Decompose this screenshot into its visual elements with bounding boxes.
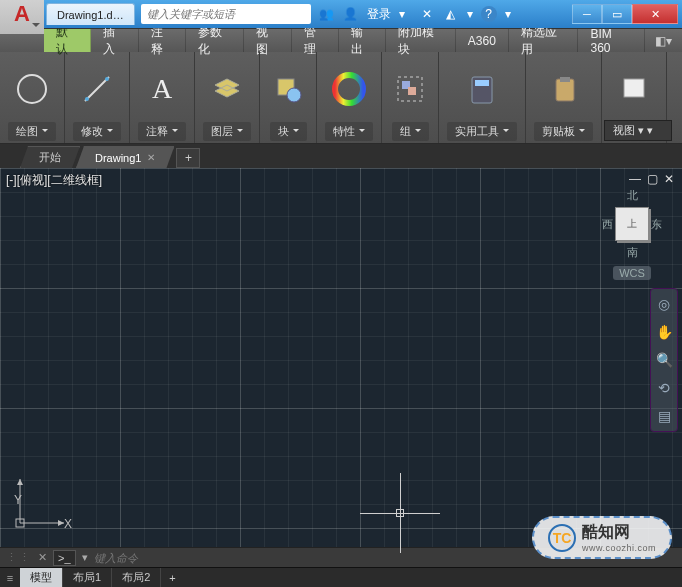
close-cmd-icon[interactable]: ✕ (38, 551, 47, 564)
close-viewport-icon[interactable]: ✕ (664, 172, 674, 186)
tab-layout1[interactable]: 布局1 (63, 568, 112, 587)
panel-label[interactable]: 实用工具 (447, 122, 517, 141)
tab-featured[interactable]: 精选应用 (509, 29, 579, 52)
draw-icon[interactable] (12, 69, 52, 109)
grid (0, 168, 682, 547)
close-tab-icon[interactable]: ✕ (147, 152, 155, 163)
tab-list-icon[interactable]: ≡ (0, 572, 20, 584)
viewport-controls: — ▢ ✕ (629, 172, 674, 186)
color-wheel-icon[interactable] (329, 69, 369, 109)
tab-view[interactable]: 视图 (244, 29, 291, 52)
tab-model[interactable]: 模型 (20, 568, 63, 587)
clipboard-icon[interactable] (544, 69, 584, 109)
viewcube-south[interactable]: 南 (602, 245, 662, 260)
document-title: Drawing1.d… (46, 3, 135, 25)
panel-label[interactable]: 绘图 (8, 122, 56, 141)
tab-manage[interactable]: 管理 (292, 29, 339, 52)
panel-label[interactable]: 剪贴板 (534, 122, 593, 141)
minimize-viewport-icon[interactable]: — (629, 172, 641, 186)
user-icon[interactable]: 👤 (343, 6, 359, 22)
base-icon[interactable] (614, 69, 654, 109)
tab-default[interactable]: 默认 (44, 29, 91, 52)
pan-icon[interactable]: ✋ (655, 323, 673, 341)
viewcube-top-face[interactable]: 上 (615, 207, 649, 241)
title-tools: ✕ ◭ ▾ ? ▾ (419, 6, 511, 22)
layers-icon[interactable] (207, 69, 247, 109)
tab-annotate[interactable]: 注释 (139, 29, 186, 52)
title-account-area: 👥 👤 登录 ▾ (319, 6, 405, 23)
panel-expand-icon[interactable]: ◧▾ (655, 34, 672, 48)
view-combo[interactable]: 视图 ▾ ▾ (604, 120, 672, 141)
minimize-button[interactable]: ─ (572, 4, 602, 24)
exchange-icon[interactable]: ✕ (419, 6, 435, 22)
viewcube-east[interactable]: 东 (651, 217, 662, 232)
viewport-label[interactable]: [-][俯视][二维线框] (6, 172, 102, 189)
panel-annotation: A 注释 (130, 52, 195, 143)
tab-output[interactable]: 输出 (339, 29, 386, 52)
panel-utilities: 实用工具 (439, 52, 526, 143)
svg-point-5 (287, 88, 301, 102)
svg-rect-14 (624, 79, 644, 97)
panel-group: 组 (382, 52, 439, 143)
add-layout-button[interactable]: + (161, 572, 183, 584)
viewcube-north[interactable]: 北 (602, 188, 662, 203)
panel-label[interactable]: 注释 (138, 122, 186, 141)
wcs-label[interactable]: WCS (613, 266, 651, 280)
orbit-icon[interactable]: ⟲ (655, 379, 673, 397)
watermark-logo-icon: TC (548, 524, 576, 552)
panel-label[interactable]: 特性 (325, 122, 373, 141)
panel-label[interactable]: 组 (392, 122, 429, 141)
app-menu-button[interactable]: A (0, 0, 44, 34)
tab-label: Drawing1 (95, 152, 141, 164)
close-button[interactable]: ✕ (632, 4, 678, 24)
tab-drawing1[interactable]: Drawing1 ✕ (76, 146, 174, 168)
titlebar: A Drawing1.d… 👥 👤 登录 ▾ ✕ ◭ ▾ ? ▾ ─ ▭ ✕ (0, 0, 682, 28)
search-box[interactable] (141, 4, 311, 24)
drawing-canvas[interactable]: [-][俯视][二维线框] — ▢ ✕ 北 西 上 东 南 WCS ◎ ✋ 🔍 … (0, 168, 682, 547)
panel-label[interactable]: 修改 (73, 122, 121, 141)
modify-icon[interactable] (77, 69, 117, 109)
tab-a360[interactable]: A360 (456, 29, 509, 52)
viewcube[interactable]: 北 西 上 东 南 WCS (602, 188, 662, 280)
chevron-down-icon: ▾ (467, 7, 473, 21)
tab-layout2[interactable]: 布局2 (112, 568, 161, 587)
ribbon: 绘图 修改 A 注释 图层 块 特性 组 实用工具 剪贴板 基点 (0, 52, 682, 144)
drag-handle-icon[interactable]: ⋮⋮ (6, 551, 32, 564)
svg-rect-13 (560, 77, 570, 82)
chevron-down-icon: ▾ (505, 7, 511, 21)
panel-layers: 图层 (195, 52, 260, 143)
svg-point-6 (335, 75, 363, 103)
tab-parametric[interactable]: 参数化 (186, 29, 244, 52)
text-icon[interactable]: A (142, 69, 182, 109)
calculator-icon[interactable] (462, 69, 502, 109)
chevron-down-icon (32, 23, 40, 31)
tab-addins[interactable]: 附加模块 (386, 29, 456, 52)
new-tab-button[interactable]: + (176, 148, 200, 168)
svg-point-0 (18, 75, 46, 103)
help-icon[interactable]: ? (481, 6, 497, 22)
maximize-viewport-icon[interactable]: ▢ (647, 172, 658, 186)
svg-point-3 (105, 77, 109, 81)
viewcube-west[interactable]: 西 (602, 217, 613, 232)
group-icon[interactable] (390, 69, 430, 109)
nav-wheel-icon[interactable]: ◎ (655, 295, 673, 313)
panel-label[interactable]: 图层 (203, 122, 251, 141)
panel-properties: 特性 (317, 52, 382, 143)
svg-rect-12 (556, 79, 574, 101)
panel-block: 块 (260, 52, 317, 143)
tab-insert[interactable]: 插入 (91, 29, 138, 52)
login-link[interactable]: 登录 (367, 6, 391, 23)
watermark: TC 酷知网 www.coozhi.com (532, 516, 672, 559)
people-icon[interactable]: 👥 (319, 6, 335, 22)
block-icon[interactable] (268, 69, 308, 109)
search-input[interactable] (147, 8, 305, 20)
a360-icon[interactable]: ◭ (443, 6, 459, 22)
autocad-logo-icon: A (14, 3, 30, 25)
panel-label[interactable]: 块 (270, 122, 307, 141)
maximize-button[interactable]: ▭ (602, 4, 632, 24)
showmotion-icon[interactable]: ▤ (655, 407, 673, 425)
zoom-icon[interactable]: 🔍 (655, 351, 673, 369)
tab-bim360[interactable]: BIM 360 (578, 29, 645, 52)
cmd-prompt-icon: >_ (53, 550, 76, 566)
tab-start[interactable]: 开始 (20, 146, 80, 168)
